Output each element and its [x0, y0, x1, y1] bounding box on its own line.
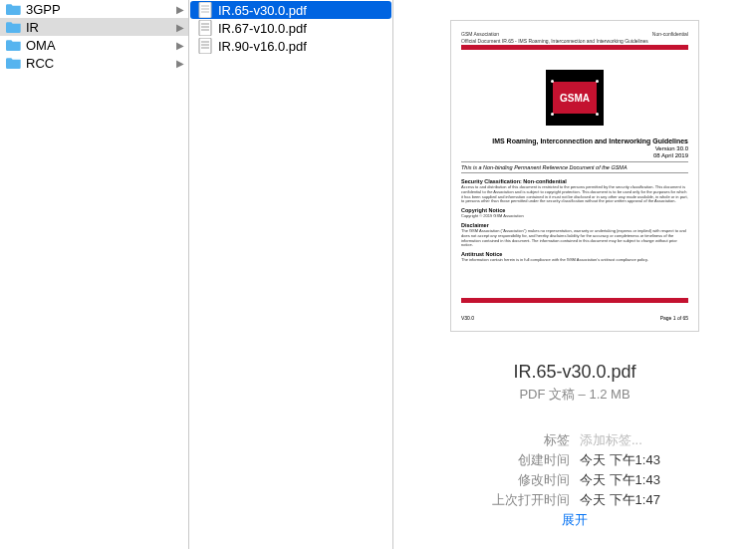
folder-icon — [6, 38, 22, 52]
detail-meta: PDF 文稿 – 1.2 MB — [489, 386, 660, 404]
preview-version: Version 30.0 — [461, 145, 688, 151]
preview-body: The GSM Association ("Association") make… — [461, 229, 688, 248]
lastopen-label: 上次打开时间 — [489, 491, 570, 509]
preview-red-bar — [461, 298, 688, 303]
chevron-right-icon: ▶ — [176, 58, 184, 69]
file-row[interactable]: IR.67-v10.0.pdf — [190, 19, 391, 37]
folder-rcc[interactable]: RCC ▶ — [0, 54, 188, 72]
preview-title: IMS Roaming, Interconnection and Interwo… — [461, 137, 688, 144]
preview-body: Access to and distribution of this docum… — [461, 185, 688, 204]
created-label: 创建时间 — [489, 451, 570, 469]
expand-link[interactable]: 展开 — [489, 511, 660, 529]
preview-nonbinding: This is a Non-binding Permanent Referenc… — [461, 164, 688, 170]
tag-label: 标签 — [489, 431, 570, 449]
folder-label: IR — [26, 20, 176, 35]
chevron-right-icon: ▶ — [176, 40, 184, 51]
folder-icon — [6, 2, 22, 16]
modified-value: 今天 下午1:43 — [580, 471, 660, 489]
created-value: 今天 下午1:43 — [580, 451, 660, 469]
document-preview[interactable]: GSM Association Non-confidential Officia… — [450, 20, 699, 332]
file-column: IR.65-v30.0.pdf IR.67-v10.0.pdf IR.90-v1… — [189, 0, 393, 549]
preview-header: GSM Association Non-confidential — [461, 31, 688, 37]
folder-ir[interactable]: IR ▶ — [0, 18, 188, 36]
folder-column: 3GPP ▶ IR ▶ OMA ▶ RCC ▶ — [0, 0, 189, 549]
folder-label: RCC — [26, 56, 176, 71]
pdf-icon — [198, 38, 212, 54]
folder-icon — [6, 20, 22, 34]
file-row[interactable]: IR.65-v30.0.pdf — [190, 1, 391, 19]
preview-footer: V30.0 Page 1 of 65 — [461, 315, 688, 321]
pdf-icon — [198, 2, 212, 18]
file-label: IR.90-v16.0.pdf — [218, 39, 307, 54]
file-row[interactable]: IR.90-v16.0.pdf — [190, 37, 391, 55]
lastopen-value: 今天 下午1:47 — [580, 491, 660, 509]
file-label: IR.65-v30.0.pdf — [218, 3, 307, 18]
file-label: IR.67-v10.0.pdf — [218, 21, 307, 36]
svg-rect-4 — [199, 20, 211, 36]
tag-input[interactable]: 添加标签... — [580, 431, 660, 449]
preview-subheader: Official Document IR.65 - IMS Roaming, I… — [461, 38, 688, 44]
modified-label: 修改时间 — [489, 471, 570, 489]
preview-column: GSM Association Non-confidential Officia… — [393, 0, 756, 549]
folder-3gpp[interactable]: 3GPP ▶ — [0, 0, 188, 18]
gsma-logo: GSMA — [546, 70, 604, 126]
preview-red-bar — [461, 45, 688, 50]
file-details: IR.65-v30.0.pdf PDF 文稿 – 1.2 MB 标签 添加标签.… — [489, 362, 660, 529]
preview-body: Copyright © 2019 GSM Association — [461, 214, 688, 219]
svg-rect-0 — [199, 2, 211, 18]
folder-label: 3GPP — [26, 2, 176, 17]
chevron-right-icon: ▶ — [176, 22, 184, 33]
detail-filename: IR.65-v30.0.pdf — [489, 362, 660, 383]
folder-oma[interactable]: OMA ▶ — [0, 36, 188, 54]
preview-date: 08 April 2019 — [461, 152, 688, 158]
pdf-icon — [198, 20, 212, 36]
svg-rect-8 — [199, 38, 211, 54]
folder-label: OMA — [26, 38, 176, 53]
folder-icon — [6, 56, 22, 70]
chevron-right-icon: ▶ — [176, 4, 184, 15]
